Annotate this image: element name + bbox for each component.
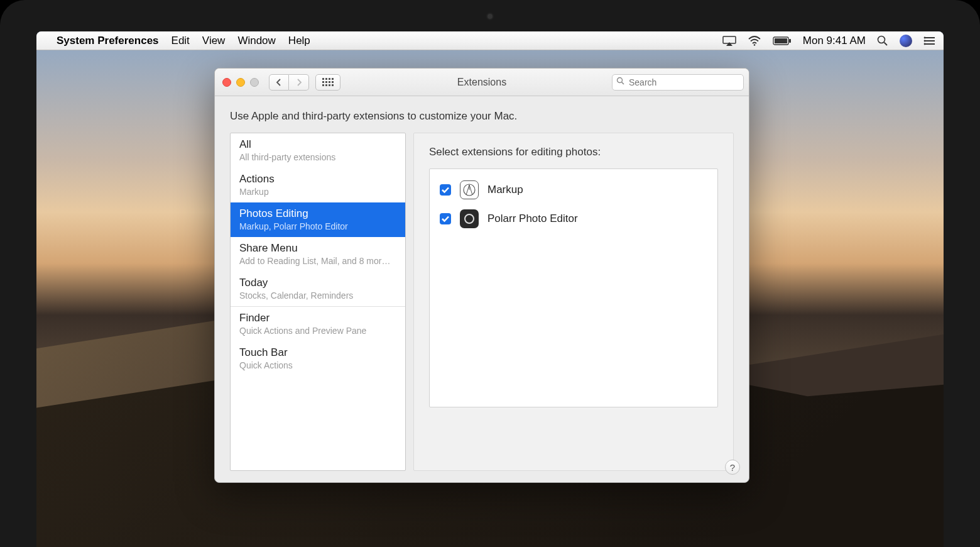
- window-titlebar: Extensions: [215, 69, 749, 96]
- sidebar-item-share-menu[interactable]: Share Menu Add to Reading List, Mail, an…: [231, 237, 405, 272]
- menu-edit[interactable]: Edit: [172, 35, 190, 47]
- forward-button: [289, 74, 309, 91]
- zoom-button: [250, 78, 259, 87]
- sidebar-item-finder[interactable]: Finder Quick Actions and Preview Pane: [231, 307, 405, 341]
- svg-point-13: [924, 43, 926, 45]
- markup-icon: [460, 180, 479, 199]
- search-icon: [616, 77, 625, 87]
- menu-bar: System Preferences Edit View Window Help…: [36, 31, 944, 50]
- svg-point-2: [754, 44, 756, 46]
- help-button[interactable]: ?: [725, 460, 740, 475]
- battery-icon[interactable]: [773, 36, 792, 45]
- sidebar-item-touch-bar[interactable]: Touch Bar Quick Actions: [231, 341, 405, 376]
- menu-help[interactable]: Help: [288, 35, 310, 47]
- spotlight-icon[interactable]: [877, 35, 888, 47]
- wifi-icon[interactable]: [748, 36, 761, 46]
- extension-label: Markup: [487, 184, 523, 196]
- menu-view[interactable]: View: [202, 35, 226, 47]
- svg-point-9: [924, 36, 926, 38]
- close-button[interactable]: [222, 78, 231, 87]
- detail-heading: Select extensions for editing photos:: [429, 146, 718, 158]
- camera-notch: [486, 13, 494, 20]
- menu-bar-clock[interactable]: Mon 9:41 AM: [803, 35, 866, 47]
- grid-icon: [322, 78, 334, 86]
- sidebar-item-today[interactable]: Today Stocks, Calendar, Reminders: [231, 272, 405, 306]
- polarr-icon: [460, 209, 479, 228]
- svg-point-6: [878, 36, 885, 43]
- search-input[interactable]: [629, 77, 739, 87]
- svg-point-17: [465, 214, 474, 223]
- detail-panel: Select extensions for editing photos: Ma…: [413, 133, 734, 471]
- preferences-window: Extensions Use Apple and third-party ext…: [214, 68, 749, 483]
- minimize-button[interactable]: [236, 78, 245, 87]
- airplay-icon[interactable]: [722, 36, 736, 46]
- menu-window[interactable]: Window: [237, 35, 275, 47]
- category-sidebar: All All third-party extensions Actions M…: [230, 133, 406, 471]
- app-name[interactable]: System Preferences: [57, 35, 159, 47]
- checkbox-markup[interactable]: [440, 184, 451, 196]
- sidebar-item-actions[interactable]: Actions Markup: [231, 168, 405, 202]
- description-text: Use Apple and third-party extensions to …: [230, 110, 734, 123]
- svg-line-15: [622, 82, 624, 85]
- extensions-list: Markup Polarr Photo Editor: [429, 169, 718, 407]
- svg-point-14: [618, 78, 623, 83]
- extension-row-markup: Markup: [440, 175, 707, 204]
- svg-line-7: [885, 42, 888, 45]
- svg-marker-1: [726, 42, 732, 46]
- extension-row-polarr: Polarr Photo Editor: [440, 204, 707, 233]
- extension-label: Polarr Photo Editor: [487, 213, 578, 225]
- show-all-button[interactable]: [315, 74, 340, 91]
- svg-point-11: [924, 40, 926, 41]
- sidebar-item-photos-editing[interactable]: Photos Editing Markup, Polarr Photo Edit…: [231, 202, 405, 237]
- checkbox-polarr[interactable]: [440, 213, 451, 224]
- svg-rect-5: [789, 39, 791, 43]
- sidebar-item-all[interactable]: All All third-party extensions: [231, 133, 405, 168]
- siri-icon[interactable]: [900, 35, 912, 47]
- search-field[interactable]: [612, 74, 744, 91]
- back-button[interactable]: [269, 74, 289, 91]
- notification-center-icon[interactable]: [923, 36, 936, 46]
- svg-rect-4: [775, 38, 787, 43]
